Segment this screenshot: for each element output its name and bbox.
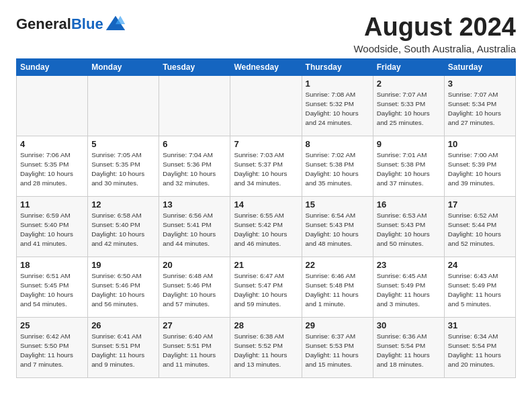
calendar-day-cell: 3Sunrise: 7:07 AM Sunset: 5:34 PM Daylig… <box>444 75 515 136</box>
day-info: Sunrise: 6:48 AM Sunset: 5:46 PM Dayligh… <box>163 271 226 310</box>
calendar-body: 1Sunrise: 7:08 AM Sunset: 5:32 PM Daylig… <box>17 75 516 377</box>
calendar-day-cell: 16Sunrise: 6:53 AM Sunset: 5:43 PM Dayli… <box>373 196 444 257</box>
header: GeneralBlue August 2024 Woodside, South … <box>16 13 516 54</box>
calendar-day-cell: 14Sunrise: 6:55 AM Sunset: 5:42 PM Dayli… <box>230 196 302 257</box>
calendar-day-cell: 25Sunrise: 6:42 AM Sunset: 5:50 PM Dayli… <box>17 317 88 377</box>
calendar-day-cell: 22Sunrise: 6:46 AM Sunset: 5:48 PM Dayli… <box>302 257 373 317</box>
calendar-day-cell: 1Sunrise: 7:08 AM Sunset: 5:32 PM Daylig… <box>302 75 373 136</box>
calendar-day-cell: 21Sunrise: 6:47 AM Sunset: 5:47 PM Dayli… <box>230 257 302 317</box>
day-info: Sunrise: 6:40 AM Sunset: 5:51 PM Dayligh… <box>163 332 226 370</box>
calendar-day-cell: 7Sunrise: 7:03 AM Sunset: 5:37 PM Daylig… <box>230 136 302 196</box>
weekday-header-cell: Wednesday <box>230 58 302 75</box>
day-info: Sunrise: 6:58 AM Sunset: 5:40 PM Dayligh… <box>91 211 155 249</box>
calendar-day-cell <box>230 75 302 136</box>
day-number: 4 <box>20 139 84 149</box>
day-number: 30 <box>377 320 441 330</box>
day-info: Sunrise: 6:50 AM Sunset: 5:46 PM Dayligh… <box>91 271 155 310</box>
day-number: 25 <box>20 320 84 330</box>
day-number: 27 <box>163 320 226 330</box>
day-number: 1 <box>306 79 369 89</box>
weekday-header-cell: Thursday <box>302 58 373 75</box>
calendar-week-row: 25Sunrise: 6:42 AM Sunset: 5:50 PM Dayli… <box>17 317 516 377</box>
day-number: 15 <box>306 199 369 210</box>
day-info: Sunrise: 6:53 AM Sunset: 5:43 PM Dayligh… <box>377 211 441 249</box>
day-info: Sunrise: 6:52 AM Sunset: 5:44 PM Dayligh… <box>448 211 512 249</box>
title-area: August 2024 Woodside, South Australia, A… <box>353 13 516 54</box>
day-number: 18 <box>20 260 84 270</box>
calendar-day-cell <box>17 75 88 136</box>
weekday-header-cell: Saturday <box>444 58 515 75</box>
calendar-day-cell: 10Sunrise: 7:00 AM Sunset: 5:39 PM Dayli… <box>444 136 515 196</box>
day-number: 11 <box>20 199 84 210</box>
calendar-day-cell: 20Sunrise: 6:48 AM Sunset: 5:46 PM Dayli… <box>159 257 230 317</box>
day-info: Sunrise: 6:34 AM Sunset: 5:54 PM Dayligh… <box>448 332 512 370</box>
day-info: Sunrise: 7:07 AM Sunset: 5:33 PM Dayligh… <box>377 90 441 128</box>
calendar-day-cell: 19Sunrise: 6:50 AM Sunset: 5:46 PM Dayli… <box>88 257 159 317</box>
day-info: Sunrise: 6:46 AM Sunset: 5:48 PM Dayligh… <box>306 271 369 310</box>
day-info: Sunrise: 6:43 AM Sunset: 5:49 PM Dayligh… <box>448 271 512 310</box>
calendar-week-row: 11Sunrise: 6:59 AM Sunset: 5:40 PM Dayli… <box>17 196 516 257</box>
calendar-day-cell: 30Sunrise: 6:36 AM Sunset: 5:54 PM Dayli… <box>373 317 444 377</box>
calendar-day-cell <box>159 75 230 136</box>
day-number: 2 <box>377 79 441 89</box>
day-info: Sunrise: 7:08 AM Sunset: 5:32 PM Dayligh… <box>306 90 369 128</box>
calendar-day-cell: 24Sunrise: 6:43 AM Sunset: 5:49 PM Dayli… <box>444 257 515 317</box>
calendar-day-cell: 17Sunrise: 6:52 AM Sunset: 5:44 PM Dayli… <box>444 196 515 257</box>
day-info: Sunrise: 6:54 AM Sunset: 5:43 PM Dayligh… <box>306 211 369 249</box>
calendar-day-cell: 29Sunrise: 6:37 AM Sunset: 5:53 PM Dayli… <box>302 317 373 377</box>
day-number: 31 <box>448 320 512 330</box>
day-number: 5 <box>91 139 155 149</box>
calendar-day-cell: 23Sunrise: 6:45 AM Sunset: 5:49 PM Dayli… <box>373 257 444 317</box>
calendar-day-cell: 26Sunrise: 6:41 AM Sunset: 5:51 PM Dayli… <box>88 317 159 377</box>
day-number: 19 <box>91 260 155 270</box>
day-info: Sunrise: 7:02 AM Sunset: 5:38 PM Dayligh… <box>306 150 369 189</box>
day-info: Sunrise: 7:07 AM Sunset: 5:34 PM Dayligh… <box>448 90 512 128</box>
day-info: Sunrise: 6:41 AM Sunset: 5:51 PM Dayligh… <box>91 332 155 370</box>
calendar-day-cell <box>88 75 159 136</box>
calendar-day-cell: 12Sunrise: 6:58 AM Sunset: 5:40 PM Dayli… <box>88 196 159 257</box>
day-number: 21 <box>234 260 298 270</box>
day-info: Sunrise: 6:51 AM Sunset: 5:45 PM Dayligh… <box>20 271 84 310</box>
day-info: Sunrise: 7:06 AM Sunset: 5:35 PM Dayligh… <box>20 150 84 189</box>
day-info: Sunrise: 6:56 AM Sunset: 5:41 PM Dayligh… <box>163 211 226 249</box>
day-info: Sunrise: 6:42 AM Sunset: 5:50 PM Dayligh… <box>20 332 84 370</box>
weekday-header-cell: Friday <box>373 58 444 75</box>
day-number: 7 <box>234 139 298 149</box>
location: Woodside, South Australia, Australia <box>353 43 516 54</box>
day-number: 14 <box>234 199 298 210</box>
calendar-day-cell: 13Sunrise: 6:56 AM Sunset: 5:41 PM Dayli… <box>159 196 230 257</box>
calendar-day-cell: 4Sunrise: 7:06 AM Sunset: 5:35 PM Daylig… <box>17 136 88 196</box>
calendar-week-row: 1Sunrise: 7:08 AM Sunset: 5:32 PM Daylig… <box>17 75 516 136</box>
day-info: Sunrise: 6:36 AM Sunset: 5:54 PM Dayligh… <box>377 332 441 370</box>
calendar-day-cell: 2Sunrise: 7:07 AM Sunset: 5:33 PM Daylig… <box>373 75 444 136</box>
day-info: Sunrise: 6:37 AM Sunset: 5:53 PM Dayligh… <box>306 332 369 370</box>
day-number: 16 <box>377 199 441 210</box>
logo-text: GeneralBlue <box>16 16 103 32</box>
calendar-week-row: 18Sunrise: 6:51 AM Sunset: 5:45 PM Dayli… <box>17 257 516 317</box>
day-info: Sunrise: 7:01 AM Sunset: 5:38 PM Dayligh… <box>377 150 441 189</box>
day-number: 20 <box>163 260 226 270</box>
logo-icon <box>105 13 126 35</box>
calendar-table: SundayMondayTuesdayWednesdayThursdayFrid… <box>16 58 516 378</box>
calendar-day-cell: 18Sunrise: 6:51 AM Sunset: 5:45 PM Dayli… <box>17 257 88 317</box>
day-number: 9 <box>377 139 441 149</box>
calendar-day-cell: 28Sunrise: 6:38 AM Sunset: 5:52 PM Dayli… <box>230 317 302 377</box>
day-number: 24 <box>448 260 512 270</box>
weekday-header-cell: Tuesday <box>159 58 230 75</box>
calendar-day-cell: 27Sunrise: 6:40 AM Sunset: 5:51 PM Dayli… <box>159 317 230 377</box>
calendar-day-cell: 6Sunrise: 7:04 AM Sunset: 5:36 PM Daylig… <box>159 136 230 196</box>
day-number: 29 <box>306 320 369 330</box>
day-number: 28 <box>234 320 298 330</box>
day-info: Sunrise: 7:03 AM Sunset: 5:37 PM Dayligh… <box>234 150 298 189</box>
weekday-header-row: SundayMondayTuesdayWednesdayThursdayFrid… <box>17 58 516 75</box>
day-number: 6 <box>163 139 226 149</box>
calendar-day-cell: 8Sunrise: 7:02 AM Sunset: 5:38 PM Daylig… <box>302 136 373 196</box>
weekday-header-cell: Monday <box>88 58 159 75</box>
day-number: 10 <box>448 139 512 149</box>
calendar-day-cell: 11Sunrise: 6:59 AM Sunset: 5:40 PM Dayli… <box>17 196 88 257</box>
day-info: Sunrise: 6:59 AM Sunset: 5:40 PM Dayligh… <box>20 211 84 249</box>
calendar-day-cell: 9Sunrise: 7:01 AM Sunset: 5:38 PM Daylig… <box>373 136 444 196</box>
day-info: Sunrise: 7:00 AM Sunset: 5:39 PM Dayligh… <box>448 150 512 189</box>
calendar-day-cell: 15Sunrise: 6:54 AM Sunset: 5:43 PM Dayli… <box>302 196 373 257</box>
day-number: 17 <box>448 199 512 210</box>
